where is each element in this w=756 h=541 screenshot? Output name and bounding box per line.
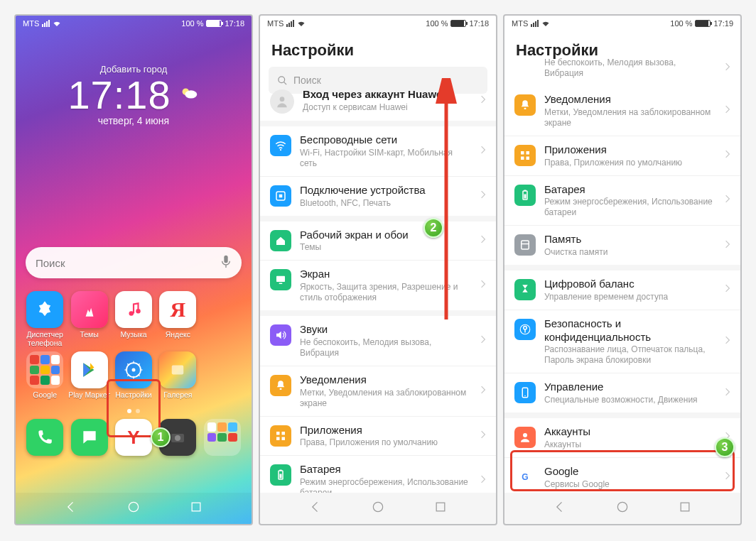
settings-item-apps[interactable]: ПриложенияПрава, Приложения по умолчанию — [504, 136, 740, 175]
dock-messages[interactable] — [67, 419, 111, 456]
app-dispatcher[interactable]: Диспетчер телефона — [23, 291, 67, 347]
nav-back-icon[interactable] — [553, 500, 567, 517]
signal-icon — [42, 20, 50, 27]
user-icon — [514, 427, 536, 448]
settings-item-apps[interactable]: ПриложенияПрава, Приложения по умолчанию — [260, 416, 496, 456]
settings-item-home[interactable]: Рабочий экран и обоиТемы — [260, 222, 496, 261]
svg-point-55 — [523, 433, 527, 437]
settings-item-bell[interactable]: УведомленияМетки, Уведомления на заблоки… — [260, 366, 496, 416]
app-play-market[interactable]: Play Маркет — [67, 351, 111, 399]
status-time: 17:18 — [469, 19, 489, 28]
svg-point-23 — [280, 149, 281, 151]
chevron-right-icon — [725, 471, 730, 483]
battery-icon — [450, 20, 466, 27]
battery-text: 100 % — [670, 19, 692, 28]
svg-rect-26 — [276, 276, 285, 282]
settings-item-display[interactable]: ЭкранЯркость, Защита зрения, Разрешение … — [260, 260, 496, 310]
settings-item-huawei-account[interactable]: Вход через аккаунт HuaweiДоступ к сервис… — [260, 81, 496, 121]
chevron-right-icon — [725, 283, 730, 296]
search-pill[interactable]: Поиск — [26, 247, 242, 278]
app-music[interactable]: Музыка — [112, 291, 156, 347]
bell-icon — [270, 375, 291, 396]
app-google-folder[interactable]: Google — [23, 351, 67, 399]
dock-yandex-browser[interactable]: Y — [112, 419, 156, 456]
svg-point-58 — [617, 502, 627, 511]
apps-icon — [270, 425, 291, 447]
phone-settings-top: MTS 100 % 17:18 Настройки Поиск Вход чер… — [259, 14, 497, 525]
app-themes[interactable]: Темы — [67, 291, 111, 347]
svg-rect-30 — [282, 432, 286, 435]
add-city-label[interactable]: Добавить город — [16, 64, 252, 75]
app-gallery[interactable]: Галерея — [156, 351, 200, 399]
svg-point-22 — [280, 97, 285, 102]
carrier-label: MTS — [23, 19, 39, 28]
dock-folder[interactable] — [200, 419, 244, 456]
svg-rect-49 — [522, 241, 529, 249]
battery-icon — [270, 464, 291, 486]
svg-point-17 — [175, 435, 180, 441]
chevron-right-icon — [480, 334, 486, 347]
lock-icon — [514, 319, 536, 340]
nav-recents-icon[interactable] — [189, 500, 203, 517]
mic-icon[interactable] — [220, 254, 232, 272]
svg-rect-42 — [521, 151, 524, 155]
svg-rect-59 — [681, 503, 689, 511]
settings-item-hourglass[interactable]: Цифровой балансУправление временем досту… — [504, 270, 740, 310]
battery-icon — [695, 20, 711, 27]
nav-recents-icon[interactable] — [433, 500, 448, 517]
svg-rect-41 — [524, 108, 526, 109]
nav-home-icon[interactable] — [371, 500, 385, 517]
search-placeholder: Поиск — [36, 257, 65, 269]
app-settings[interactable]: Настройки — [112, 351, 156, 399]
wifi-icon — [541, 20, 550, 27]
google-icon: G — [514, 466, 536, 488]
settings-list[interactable]: Не беспокоить, Мелодия вызова, Вибрация … — [504, 54, 740, 493]
chevron-right-icon — [480, 190, 486, 202]
nav-back-icon[interactable] — [308, 500, 323, 517]
chevron-right-icon — [480, 94, 486, 107]
settings-item-battery[interactable]: БатареяРежим энергосбережения, Использов… — [260, 455, 496, 493]
app-yandex[interactable]: Я Яндекс — [156, 291, 200, 347]
svg-rect-29 — [276, 432, 280, 435]
svg-point-6 — [131, 368, 135, 372]
chevron-right-icon — [480, 145, 486, 158]
svg-rect-48 — [524, 194, 526, 198]
dock-phone[interactable] — [23, 419, 67, 456]
chevron-right-icon — [725, 194, 730, 207]
settings-item-partial[interactable]: Не беспокоить, Мелодия вызова, Вибрация — [504, 54, 740, 86]
settings-item-bell[interactable]: УведомленияМетки, Уведомления на заблоки… — [504, 86, 740, 136]
status-time: 17:18 — [225, 19, 244, 28]
link-icon — [270, 185, 291, 207]
folder-icon — [26, 351, 63, 388]
nav-home-icon[interactable] — [615, 500, 630, 517]
battery-icon — [206, 20, 222, 27]
wifi-icon — [270, 135, 291, 156]
step-marker-3: 3 — [715, 437, 735, 457]
nav-recents-icon[interactable] — [678, 500, 692, 517]
wifi-icon — [53, 20, 61, 27]
statusbar: MTS 100 % 17:18 — [260, 16, 496, 31]
nav-back-icon[interactable] — [64, 500, 78, 517]
settings-item-wifi[interactable]: Беспроводные сетиWi-Fi, Настройки SIM-ка… — [260, 126, 496, 176]
settings-item-google[interactable]: G GoogleСервисы Google — [504, 457, 740, 493]
svg-rect-44 — [521, 156, 524, 160]
settings-item-lock[interactable]: Безопасность и конфиденциальностьРаспозн… — [504, 310, 740, 373]
svg-rect-31 — [276, 437, 280, 440]
weather-icon[interactable] — [178, 83, 200, 107]
hourglass-icon — [514, 279, 536, 300]
sound-icon — [270, 324, 291, 346]
nav-home-icon[interactable] — [126, 500, 141, 517]
settings-item-smart[interactable]: УправлениеСпециальные возможности, Движе… — [504, 373, 740, 412]
clock-widget[interactable]: 17:18 — [68, 72, 171, 118]
settings-item-link[interactable]: Подключение устройстваBluetooth, NFC, Пе… — [260, 176, 496, 216]
settings-item-storage[interactable]: ПамятьОчистка памяти — [504, 225, 740, 265]
page-indicator — [16, 409, 252, 413]
svg-rect-15 — [172, 366, 184, 375]
settings-item-battery[interactable]: БатареяРежим энергосбережения, Использов… — [504, 175, 740, 226]
settings-list[interactable]: Вход через аккаунт HuaweiДоступ к сервис… — [260, 81, 496, 493]
phone-home: MTS 100 % 17:18 Добавить город 17:18 чет… — [14, 14, 253, 525]
svg-text:G: G — [522, 472, 528, 482]
settings-item-sound[interactable]: ЗвукиНе беспокоить, Мелодия вызова, Вибр… — [260, 316, 496, 366]
step-marker-2: 2 — [423, 218, 443, 238]
settings-item-user[interactable]: АккаунтыАккаунты — [504, 418, 740, 457]
